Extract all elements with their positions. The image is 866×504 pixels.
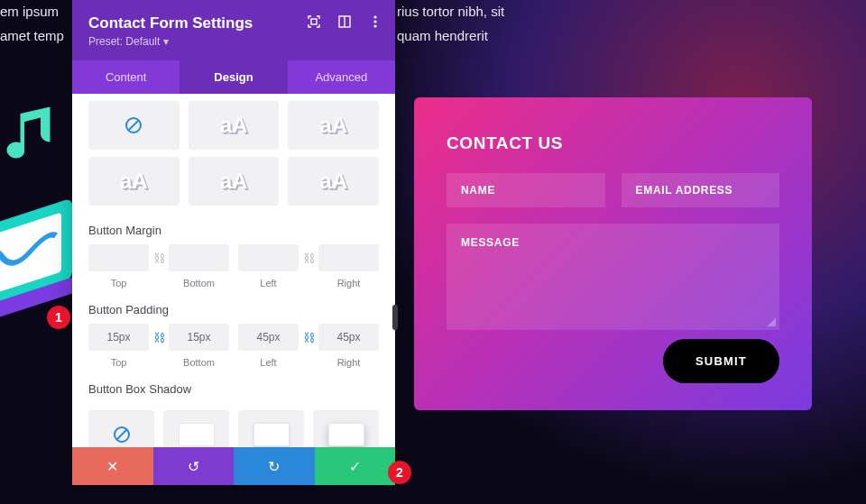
margin-top-input[interactable]	[88, 244, 149, 271]
text-style-opt[interactable]: aA	[288, 101, 379, 150]
music-note-decoration	[0, 97, 70, 179]
text-style-opt[interactable]: aA	[189, 101, 280, 150]
tab-advanced[interactable]: Advanced	[288, 60, 395, 94]
form-title: CONTACT US	[447, 133, 779, 153]
link-vertical-icon[interactable]: ⛓	[149, 244, 169, 289]
padding-right-input[interactable]	[318, 324, 379, 351]
message-field[interactable]: MESSAGE	[447, 224, 779, 330]
label-bottom: Bottom	[169, 357, 229, 368]
email-field[interactable]: EMAIL ADDRESS	[622, 173, 780, 207]
panel-tabs: Content Design Advanced	[72, 60, 395, 94]
label-top: Top	[88, 357, 149, 368]
link-horizontal-icon[interactable]: ⛓	[299, 244, 318, 289]
bg-text: em ipsum	[0, 0, 59, 23]
shadow-opt[interactable]	[163, 410, 229, 447]
name-field[interactable]: NAME	[447, 173, 605, 207]
svg-point-7	[373, 24, 376, 27]
save-button[interactable]: ✓	[315, 447, 396, 485]
settings-panel: Contact Form Settings Preset: Default ▾ …	[72, 0, 395, 485]
cancel-button[interactable]: ✕	[72, 447, 153, 485]
margin-left-input[interactable]	[238, 244, 299, 271]
text-style-opt[interactable]: aA	[189, 157, 280, 206]
bg-text: amet temp	[0, 24, 64, 48]
preset-dropdown[interactable]: Preset: Default ▾	[88, 35, 379, 48]
redo-button[interactable]: ↻	[234, 447, 315, 485]
tab-content[interactable]: Content	[72, 60, 180, 94]
text-style-none[interactable]	[88, 101, 180, 150]
link-horizontal-icon[interactable]: ⛓	[299, 324, 318, 368]
submit-button[interactable]: SUBMIT	[663, 339, 779, 383]
name-label: NAME	[461, 184, 495, 197]
section-button-padding: Button Padding	[72, 289, 395, 324]
section-button-margin: Button Margin	[72, 209, 395, 244]
drag-handle[interactable]	[392, 305, 398, 330]
label-right: Right	[318, 278, 379, 289]
shadow-opt[interactable]	[238, 410, 304, 447]
layout-icon[interactable]	[337, 14, 352, 29]
padding-left-input[interactable]	[238, 324, 299, 351]
svg-point-6	[373, 20, 376, 23]
svg-point-5	[373, 15, 376, 18]
undo-button[interactable]: ↺	[153, 447, 235, 485]
svg-rect-3	[311, 19, 317, 24]
padding-bottom-input[interactable]	[169, 324, 229, 351]
link-vertical-icon[interactable]: ⛓	[149, 324, 169, 368]
text-style-opt[interactable]: aA	[88, 157, 180, 206]
annotation-badge-1: 1	[47, 306, 70, 329]
padding-top-input[interactable]	[88, 324, 149, 351]
text-style-opt[interactable]: aA	[288, 157, 379, 206]
more-icon[interactable]	[368, 14, 382, 29]
email-label: EMAIL ADDRESS	[636, 184, 733, 197]
annotation-badge-2: 2	[388, 461, 411, 484]
section-button-box-shadow: Button Box Shadow	[72, 368, 395, 403]
margin-bottom-input[interactable]	[169, 244, 229, 271]
label-right: Right	[318, 357, 379, 368]
label-top: Top	[88, 278, 149, 289]
label-bottom: Bottom	[169, 278, 229, 289]
bg-text: quam hendrerit	[397, 24, 488, 48]
panel-header: Contact Form Settings Preset: Default ▾	[72, 0, 395, 60]
tab-design[interactable]: Design	[180, 60, 287, 94]
bg-text: rius tortor nibh, sit	[397, 0, 504, 23]
label-left: Left	[238, 357, 299, 368]
panel-body[interactable]: aA aA aA aA aA Button Margin Top ⛓ Botto…	[72, 94, 395, 447]
message-label: MESSAGE	[461, 236, 520, 249]
expand-icon[interactable]	[307, 14, 321, 29]
contact-form-preview: CONTACT US NAME EMAIL ADDRESS MESSAGE SU…	[414, 97, 812, 410]
shadow-none[interactable]	[88, 410, 154, 447]
panel-footer: ✕ ↺ ↻ ✓	[72, 447, 395, 485]
margin-right-input[interactable]	[318, 244, 379, 271]
label-left: Left	[238, 278, 299, 289]
shadow-opt[interactable]	[313, 410, 379, 447]
